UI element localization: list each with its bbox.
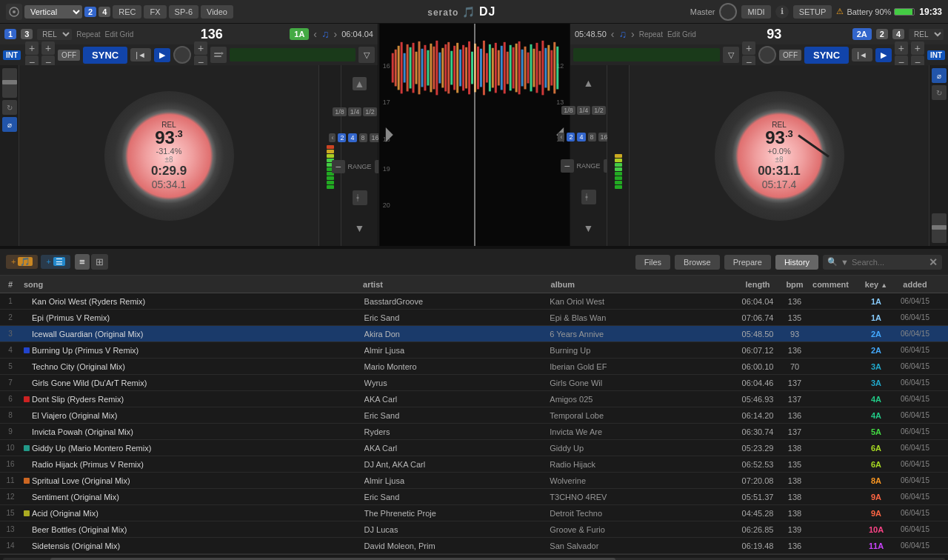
setup-button[interactable]: SETUP	[793, 5, 832, 19]
info-button[interactable]: ℹ	[775, 5, 789, 19]
table-row[interactable]: 2 Epi (Primus V Remix) Eric Sand Epi & B…	[0, 310, 948, 326]
deck-left-plus2[interactable]: +	[41, 41, 55, 55]
deck-right-cue-knob[interactable]	[758, 46, 776, 64]
deck-left-platter[interactable]: REL 93.3 -31.4% ±8 0:29.9 05:34.1	[104, 91, 234, 221]
deck-right-grid-icon[interactable]	[581, 190, 596, 204]
add-smart-crate-button[interactable]: + ☰	[41, 255, 70, 269]
table-row[interactable]: 5 Techno City (Original Mix) Mario Monte…	[0, 359, 948, 375]
video-button[interactable]: Video	[201, 5, 233, 19]
table-row[interactable]: 9 Invicta Powah (Original Mix) Ryders In…	[0, 424, 948, 440]
rec-button[interactable]: REC	[113, 5, 141, 19]
col-header-added[interactable]: added	[891, 280, 939, 289]
table-row[interactable]: 1 Kan Oriol West (Ryders Remix) Basstard…	[0, 293, 948, 310]
deck-right-frac-2b[interactable]: 2	[567, 133, 575, 141]
search-clear[interactable]: ✕	[929, 256, 938, 268]
col-header-length[interactable]: length	[735, 280, 780, 289]
deck-left-loop-icon[interactable]	[210, 47, 227, 63]
deck-left-frac-4[interactable]: 1/4	[348, 107, 362, 116]
app-icon[interactable]	[6, 4, 22, 20]
col-header-album[interactable]: album	[548, 280, 735, 289]
deck-left-frac-2[interactable]: 1/2	[363, 107, 377, 116]
col-header-key[interactable]: key ▲	[861, 280, 891, 289]
sp6-button[interactable]: SP-6	[169, 5, 198, 19]
table-row[interactable]: 14 Sidetensis (Original Mix) David Moleo…	[0, 538, 948, 554]
scroll-track[interactable]	[3, 558, 945, 561]
deck-left-plus3[interactable]: +	[194, 41, 207, 55]
deck-left-num1[interactable]: 1	[4, 29, 16, 39]
deck-right-frac-8[interactable]: 1/8	[561, 106, 575, 115]
table-row[interactable]: 10 Giddy Up (Mario Montero Remix) AKA Ca…	[0, 440, 948, 456]
table-row[interactable]: 6 Dont Slip (Ryders Remix) AKA Carl Amig…	[0, 391, 948, 407]
deck-right-sync[interactable]: SYNC	[804, 47, 849, 64]
table-row[interactable]: 11 Spritual Love (Original Mix) Almir Lj…	[0, 473, 948, 489]
list-view-btn[interactable]: ≡	[75, 254, 90, 270]
deck-right-frac-8b[interactable]: 8	[588, 133, 596, 141]
deck-left-off[interactable]: OFF	[58, 50, 80, 61]
search-dropdown-arrow[interactable]: ▼	[841, 258, 849, 267]
deck-left-grid-icon[interactable]	[353, 190, 367, 205]
deck-right-pitch-up[interactable]: ▲	[584, 77, 594, 89]
deck-left-prev[interactable]: ‹	[313, 28, 317, 40]
deck-left-sync-icon[interactable]: ↻	[2, 100, 17, 115]
deck-right-off[interactable]: OFF	[779, 50, 801, 61]
deck2-badge[interactable]: 2	[84, 7, 96, 17]
deck-left-loop-btn[interactable]: ⌀	[2, 117, 17, 132]
deck-left-pitch-down[interactable]: ▼	[355, 222, 365, 234]
deck-left-frac-8b[interactable]: 8	[359, 133, 367, 142]
deck-right-next[interactable]: ›	[631, 28, 635, 40]
grid-view-btn[interactable]: ⊞	[91, 254, 108, 270]
col-header-bpm[interactable]: bpm	[780, 280, 810, 289]
prepare-tab[interactable]: Prepare	[724, 255, 771, 270]
deck-left-prev-track[interactable]: |◄	[130, 48, 151, 61]
fx-button[interactable]: FX	[144, 5, 166, 19]
deck-left-slip-icon[interactable]: ▽	[358, 47, 375, 63]
deck-right-frac-2[interactable]: 1/2	[592, 106, 606, 115]
master-knob[interactable]	[719, 3, 737, 21]
table-row[interactable]: 12 Sentiment (Original Mix) Eric Sand T3…	[0, 489, 948, 505]
deck-right-sync-icon[interactable]: ↻	[932, 85, 947, 100]
deck-left-frac-2b[interactable]: 2	[338, 133, 346, 142]
deck-right-play[interactable]: ▶	[875, 48, 892, 62]
deck-right-plus3[interactable]: +	[911, 41, 924, 55]
deck-left-rel[interactable]: RELABSINT	[37, 29, 72, 40]
table-row[interactable]: 13 Beer Bottles (Original Mix) DJ Lucas …	[0, 521, 948, 538]
deck-right-num4[interactable]: 4	[892, 29, 904, 39]
table-row[interactable]: 7 Girls Gone Wild (Du'ArT Remix) Wyrus G…	[0, 375, 948, 391]
deck-right-rel[interactable]: RELABSINT	[909, 29, 944, 40]
deck-left-cue-knob[interactable]	[173, 46, 191, 64]
files-tab[interactable]: Files	[635, 255, 670, 270]
scroll-thumb[interactable]	[50, 558, 615, 561]
table-row[interactable]: 16 Radio Hijack (Primus V Remix) DJ Ant,…	[0, 456, 948, 473]
col-header-song[interactable]: song	[21, 280, 360, 289]
deck-right-music-icon[interactable]: ♫	[619, 28, 627, 40]
col-header-comment[interactable]: comment	[810, 280, 861, 289]
deck-right-pm-minus[interactable]: −	[561, 159, 574, 173]
table-row[interactable]: 4 Burning Up (Primus V Remix) Almir Ljus…	[0, 342, 948, 359]
deck-right-frac-4[interactable]: 1/4	[577, 106, 591, 115]
deck-right-slip-icon[interactable]: ▽	[723, 47, 739, 63]
table-row[interactable]: 3 Icewall Guardian (Original Mix) Akira …	[0, 326, 948, 342]
deck-left-sync[interactable]: SYNC	[83, 47, 127, 64]
deck-right-plus2[interactable]: +	[895, 41, 908, 55]
deck-left-music-icon[interactable]: ♫	[321, 28, 330, 40]
deck-right-platter[interactable]: REL 93.3 +0.0% ±8 00:31.1 05:17.4	[715, 91, 844, 221]
deck-right-num2[interactable]: 2	[876, 29, 888, 39]
deck-left-frac-4b[interactable]: 4	[348, 133, 356, 142]
deck-left-num3[interactable]: 3	[21, 29, 33, 39]
layout-select[interactable]: Vertical Horizontal	[24, 5, 82, 19]
midi-button[interactable]: MIDI	[741, 5, 770, 19]
deck-right-prev[interactable]: ‹	[611, 28, 615, 40]
history-tab[interactable]: History	[775, 255, 818, 270]
deck-left-fader[interactable]	[2, 68, 17, 98]
table-row[interactable]: 15 Acid (Original Mix) The Phrenetic Pro…	[0, 505, 948, 521]
deck-right-frac-4b[interactable]: 4	[577, 133, 585, 141]
horizontal-scrollbar[interactable]	[0, 554, 948, 560]
col-header-artist[interactable]: artist	[360, 280, 547, 289]
add-crate-button[interactable]: + 🎵	[6, 255, 38, 269]
deck-left-plus1[interactable]: +	[25, 41, 39, 55]
search-input[interactable]	[852, 258, 926, 267]
deck-left-next[interactable]: ›	[334, 28, 338, 40]
deck-right-pitch-down[interactable]: ▼	[584, 222, 594, 234]
deck-left-frac-8[interactable]: 1/8	[333, 107, 347, 116]
deck-left-nav-left[interactable]: ‹	[329, 133, 336, 142]
